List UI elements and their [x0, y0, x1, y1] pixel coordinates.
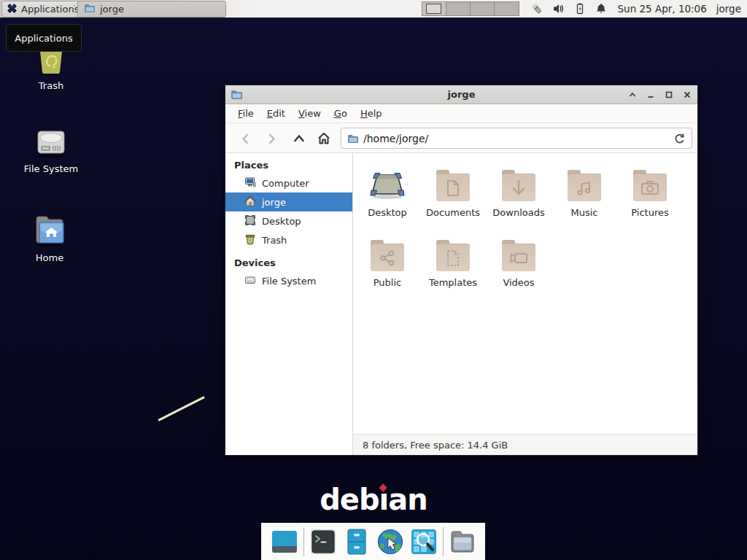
- tooltip-text: Applications: [15, 33, 72, 44]
- forward-button[interactable]: [262, 129, 281, 148]
- folder-item-pictures[interactable]: Pictures: [617, 163, 683, 232]
- back-button[interactable]: [236, 129, 255, 148]
- folder-item-downloads[interactable]: Downloads: [486, 163, 551, 232]
- username-label: jorge: [716, 3, 741, 15]
- sidebar: Places Computer jorge Desktop Trash Devi…: [225, 153, 353, 455]
- folder-label: Downloads: [486, 207, 551, 218]
- desktop[interactable]: { "colors": { "desktop_bg": "#0a0a24", "…: [0, 0, 747, 560]
- folder-item-documents[interactable]: Documents: [420, 163, 486, 232]
- folder-item-music[interactable]: Music: [551, 163, 617, 232]
- templates-folder-icon: [436, 244, 470, 271]
- music-folder-icon: [568, 174, 601, 201]
- folder-label: Public: [355, 277, 420, 288]
- sidebar-item-file-system[interactable]: File System: [225, 271, 352, 290]
- folder-label: Music: [551, 207, 617, 218]
- dock-separator: [303, 527, 304, 556]
- drive-icon: [244, 274, 256, 288]
- drive-icon: [13, 124, 89, 159]
- file-cabinet-icon[interactable]: [342, 527, 371, 556]
- debian-logo-text: an: [388, 483, 427, 516]
- sidebar-item-trash[interactable]: Trash: [225, 230, 352, 249]
- workspace-3[interactable]: [471, 2, 495, 15]
- sidebar-item-desktop[interactable]: Desktop: [225, 211, 352, 230]
- sidebar-item-label: Desktop: [262, 216, 301, 227]
- taskbar-window-button[interactable]: jorge: [77, 1, 226, 18]
- shade-button[interactable]: [627, 89, 638, 101]
- home-icon: [244, 195, 256, 209]
- notifications-bell-icon[interactable]: [594, 1, 608, 16]
- desktop-icon-label: Trash: [13, 80, 89, 91]
- menu-go[interactable]: Go: [328, 106, 354, 121]
- menu-help[interactable]: Help: [354, 106, 389, 121]
- documents-folder-icon: [436, 174, 470, 201]
- folder-item-public[interactable]: Public: [355, 233, 420, 302]
- terminal-icon[interactable]: [309, 527, 338, 556]
- workspace-4[interactable]: [495, 2, 519, 15]
- sidebar-item-label: Computer: [262, 178, 309, 189]
- folder-label: Videos: [486, 277, 551, 288]
- show-desktop-icon[interactable]: [270, 527, 299, 556]
- home-button[interactable]: [314, 129, 333, 148]
- statusbar-text: 8 folders, Free space: 14.4 GiB: [363, 440, 508, 451]
- desktop-icon-file-system[interactable]: File System: [13, 124, 89, 174]
- clock[interactable]: Sun 25 Apr, 10:06: [618, 3, 707, 15]
- volume-icon[interactable]: [551, 1, 566, 16]
- top-panel: Applications jorge Sun 25 Apr, 10:06 jor…: [0, 0, 747, 19]
- xfce-applications-icon: [7, 3, 18, 16]
- stray-line-artifact: [158, 396, 205, 421]
- reload-icon[interactable]: [673, 132, 686, 145]
- folder-label: Pictures: [617, 207, 683, 218]
- applications-menu-label: Applications: [21, 4, 79, 15]
- path-input[interactable]: [363, 129, 655, 147]
- minimize-button[interactable]: [645, 89, 657, 101]
- panel-separator-handle: [74, 4, 76, 15]
- workspace-switcher[interactable]: [422, 1, 519, 16]
- applications-tooltip: Applications: [6, 24, 82, 52]
- pictures-folder-icon: [633, 174, 667, 201]
- sidebar-item-label: File System: [262, 276, 316, 287]
- sidebar-places-header: Places: [225, 158, 352, 174]
- workspace-window-preview: [426, 4, 441, 14]
- folder-item-templates[interactable]: Templates: [420, 233, 486, 302]
- taskbar-window-label: jorge: [100, 4, 124, 15]
- folder-icon: [84, 2, 96, 16]
- folder-icon[interactable]: [448, 527, 477, 556]
- workspace-1[interactable]: [422, 2, 446, 15]
- public-folder-icon: [371, 244, 404, 271]
- sidebar-item-jorge[interactable]: jorge: [225, 192, 352, 211]
- sidebar-devices-header: Devices: [225, 255, 352, 271]
- videos-folder-icon: [502, 244, 535, 271]
- folder-item-videos[interactable]: Videos: [486, 233, 551, 302]
- file-list[interactable]: Desktop Documents Downloads: [353, 153, 697, 434]
- sidebar-item-computer[interactable]: Computer: [225, 174, 352, 192]
- sidebar-item-label: Trash: [262, 235, 287, 246]
- up-button[interactable]: [290, 129, 309, 148]
- folder-label: Documents: [420, 207, 486, 218]
- stylus-icon[interactable]: [530, 1, 545, 16]
- trash-icon: [244, 233, 256, 247]
- web-browser-icon[interactable]: [376, 527, 405, 556]
- desktop-icon-label: Home: [12, 252, 88, 263]
- downloads-folder-icon: [502, 174, 535, 201]
- desktop-icon: [244, 214, 256, 228]
- battery-icon[interactable]: [573, 1, 587, 16]
- desktop-special-icon: [355, 165, 420, 204]
- menu-file[interactable]: File: [231, 106, 260, 121]
- maximize-button[interactable]: [663, 89, 675, 101]
- folder-item-desktop[interactable]: Desktop: [355, 163, 420, 232]
- titlebar[interactable]: jorge: [225, 85, 697, 104]
- workspace-2[interactable]: [446, 2, 471, 15]
- dock-separator: [443, 527, 444, 556]
- path-bar: [341, 128, 692, 149]
- sidebar-item-label: jorge: [262, 197, 286, 208]
- menu-view[interactable]: View: [292, 106, 328, 121]
- home-folder-icon: [12, 211, 88, 248]
- desktop-icon-home[interactable]: Home: [12, 211, 88, 263]
- menubar: File Edit View Go Help: [225, 104, 697, 123]
- folder-label: Templates: [420, 277, 486, 288]
- folder-label: Desktop: [355, 207, 420, 218]
- file-manager-window: jorge File Edit View Go Help: [225, 85, 698, 456]
- menu-edit[interactable]: Edit: [260, 106, 292, 121]
- close-button[interactable]: [681, 89, 693, 101]
- application-finder-icon[interactable]: [409, 527, 438, 556]
